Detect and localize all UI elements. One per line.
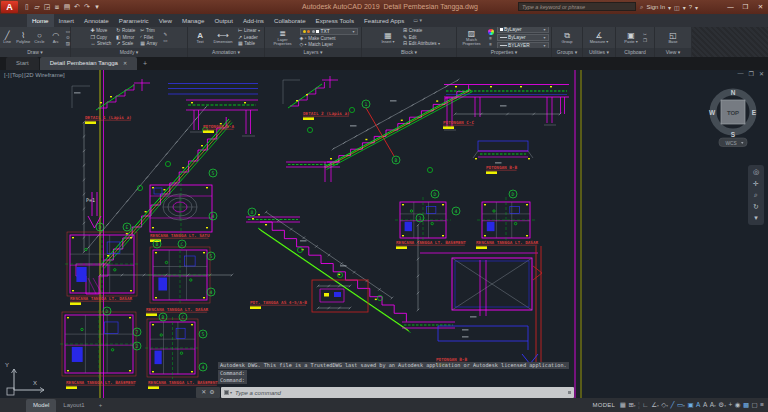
linetype-dropdown[interactable]: ByLayer▾ (497, 34, 549, 41)
model-tab[interactable]: Model (26, 399, 56, 412)
line-tool[interactable]: ╱Line (0, 31, 14, 45)
hatch-icon[interactable]: ▨ (66, 41, 70, 46)
viewcube[interactable]: TOP N S W E WCS (705, 84, 763, 148)
caret-icon[interactable]: ▾ (668, 4, 671, 11)
ribbon-tab-express-tools[interactable]: Express Tools (311, 14, 359, 27)
application-menu-button[interactable]: A (1, 1, 18, 13)
doc-close-icon[interactable]: ✕ (759, 70, 764, 77)
command-input[interactable]: ▾ Type a command (221, 387, 574, 398)
circle-tool[interactable]: ○Circle (32, 31, 46, 45)
ribbon-tab-output[interactable]: Output (209, 14, 238, 27)
color-wheel-icon[interactable] (488, 29, 494, 35)
draw-panel-label[interactable]: Draw ▾ (0, 48, 70, 57)
modify-panel-label[interactable]: Modify ▾ (71, 48, 187, 57)
polyline-tool[interactable]: ⌇Polyline (16, 31, 30, 45)
zoom-icon[interactable]: ⌕ (754, 191, 758, 199)
search-icon[interactable]: ⌕ (640, 4, 643, 11)
tab-start[interactable]: Start (6, 57, 39, 70)
paste-tool[interactable]: ▣Paste ▾ (623, 31, 639, 45)
array-tool[interactable]: ▦Array (140, 41, 157, 47)
groups-panel-label[interactable]: Groups ▾ (552, 48, 582, 57)
match-layer-tool[interactable]: ◇▪Match Layer (300, 42, 358, 48)
model-space-badge[interactable]: MODEL (592, 402, 615, 408)
erase-icon[interactable]: ✎ (163, 32, 167, 37)
crosshair-icon[interactable]: + (728, 398, 732, 412)
ribbon-tab-annotate[interactable]: Annotate (79, 14, 114, 27)
annotation-panel-label[interactable]: Annotation ▾ (188, 48, 264, 57)
new-drawing-tab-button[interactable]: + (138, 57, 152, 70)
isodraft-icon[interactable]: ◇▾ (661, 398, 668, 412)
ribbon-tab-insert[interactable]: Insert (54, 14, 79, 27)
ribbon-tab-manage[interactable]: Manage (177, 14, 209, 27)
layer-properties-tool[interactable]: ≣Layer Properties (269, 29, 297, 46)
annotation-autoscale-icon[interactable]: A (703, 398, 707, 412)
annotation-visibility-icon[interactable]: A (696, 398, 700, 412)
linear-tool[interactable]: ⊢Linear▾ (238, 28, 260, 34)
snap-icon[interactable]: ⊞▾ (628, 398, 635, 412)
ribbon-tab-featured-apps[interactable]: Featured Apps (359, 14, 409, 27)
viewport-view-control[interactable]: [Top] (10, 72, 23, 78)
save-icon[interactable]: ◲ (42, 0, 52, 14)
annotation-scale-icon[interactable]: A▾ (710, 398, 716, 412)
drawing-canvas[interactable]: P=1DETAIL 1 (Lapis a)POTONGAN A-ADETAIL … (0, 70, 768, 398)
rectangle-icon[interactable]: ▭ (66, 29, 70, 34)
ribbon-tab-view[interactable]: View (154, 14, 177, 27)
edit-attributes-tool[interactable]: ⊟Edit Attributes▾ (403, 41, 440, 47)
object-snap-tracking-icon[interactable]: ╱ (671, 398, 675, 412)
utilities-panel-label[interactable]: Utilities ▾ (583, 48, 615, 57)
insert-block-tool[interactable]: ▦Insert ▾ (378, 31, 398, 45)
sign-in-label[interactable]: Sign In (646, 4, 665, 10)
match-properties-tool[interactable]: ▨Match Properties (460, 29, 484, 46)
isolate-objects-icon[interactable]: ◉ (735, 398, 741, 412)
pan-icon[interactable]: ✛ (753, 180, 759, 188)
show-motion-icon[interactable]: ▾ (754, 214, 758, 222)
undo-icon[interactable]: ↶ (72, 0, 82, 14)
close-tab-icon[interactable]: ✕ (123, 60, 127, 66)
orbit-icon[interactable]: ↻ (753, 203, 759, 211)
trim-tool[interactable]: ✂Trim (140, 28, 157, 34)
grid-icon[interactable]: ▦ (620, 398, 626, 412)
caret-icon[interactable]: ▾ (683, 4, 686, 11)
recent-commands-icon[interactable] (224, 390, 229, 395)
arc-tool[interactable]: ◠Arc (49, 31, 63, 45)
customize-icon[interactable]: ≡ (760, 398, 764, 412)
measure-tool[interactable]: ∡Measure ▾ (585, 31, 613, 45)
ribbon-tab-home[interactable]: Home (27, 14, 54, 27)
new-layout-button[interactable]: + (92, 399, 110, 412)
move-tool[interactable]: ✚Move (91, 28, 112, 34)
minimize-button[interactable]: — (723, 0, 738, 14)
infocenter-search-input[interactable]: Type a keyword or phrase (518, 2, 636, 11)
scale-tool[interactable]: ↗Scale (116, 41, 135, 47)
graphics-performance-icon[interactable]: ▩ (743, 398, 749, 412)
open-icon[interactable]: ▱ (32, 0, 42, 14)
viewcube-north[interactable]: N (731, 89, 736, 96)
doc-minimize-icon[interactable]: — (738, 70, 744, 77)
viewcube-south[interactable]: S (731, 131, 736, 138)
ortho-icon[interactable]: ∟ (642, 398, 648, 412)
workspace-switching-icon[interactable]: ⚙▾ (718, 398, 726, 412)
command-resize-handle[interactable] (568, 391, 571, 394)
layer-dropdown[interactable]: TXT▾ (300, 28, 358, 35)
clean-screen-icon[interactable]: ▢ (752, 398, 758, 412)
create-block-tool[interactable]: ⊞Create (403, 28, 440, 34)
object-snap-icon[interactable]: ▣ (687, 398, 693, 412)
caret-icon[interactable]: ▾ (695, 4, 698, 11)
ribbon-tab-collaborate[interactable]: Collaborate (269, 14, 311, 27)
explode-icon[interactable]: ▭ (163, 38, 167, 43)
redo-icon[interactable]: ↷ (82, 0, 92, 14)
make-current-tool[interactable]: ◈▫Make Current (300, 36, 358, 42)
ellipse-icon[interactable]: ⊙ (66, 35, 70, 40)
edit-block-tool[interactable]: ✎Edit (403, 35, 440, 41)
lineweight-icon[interactable]: ≡ (488, 42, 494, 47)
polar-tracking-icon[interactable]: ∠▾ (651, 398, 659, 412)
doc-restore-icon[interactable]: ❐ (749, 70, 754, 77)
text-tool[interactable]: AText (192, 31, 208, 45)
viewport-menu-control[interactable]: [-] (4, 72, 9, 78)
close-button[interactable]: ✕ (753, 0, 768, 14)
ribbon-tab-add-ins[interactable]: Add-ins (238, 14, 269, 27)
help-icon[interactable]: ? (689, 4, 692, 10)
tab-active-drawing[interactable]: Detail Pembesian Tangga✕ (40, 57, 137, 70)
linetype-icon[interactable]: ≡ (488, 36, 494, 41)
new-file-icon[interactable]: ▯ (22, 0, 32, 14)
exchange-apps-icon[interactable]: ◫ (674, 4, 680, 11)
